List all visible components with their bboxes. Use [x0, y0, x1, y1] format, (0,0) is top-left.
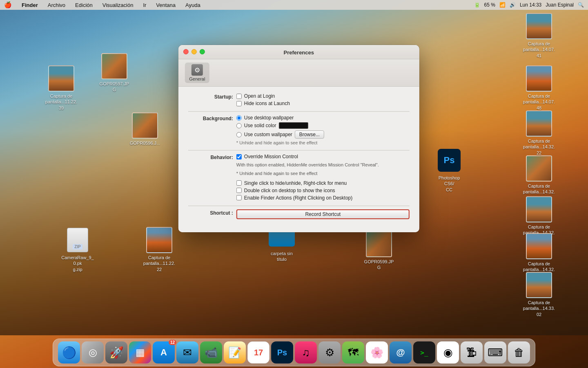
override-mc-label: Override Mission Control [244, 154, 298, 159]
menu-ventana[interactable]: Ventana [154, 2, 177, 8]
background-label: Background: [188, 115, 233, 121]
dialog-toolbar: ⚙ General [178, 59, 419, 86]
bg-custom-label: Use custom wallpaper [244, 132, 292, 137]
dock: 🔵 ◎ 🚀 ▦ A 12 ✉ 📹 📝 17 Ps ♫ [53, 339, 535, 366]
dock-trash[interactable]: 🗑 [508, 341, 530, 364]
menubar-right: 🔋 65 % 📶 🔊 Lun 14:33 Juan Espinal 🔍 [474, 2, 584, 8]
app-menu-finder[interactable]: Finder [20, 2, 40, 8]
finder-actions-label: Enable Finder Actions (Right Clicking on… [244, 195, 352, 201]
dock-maps[interactable]: 🗺 [342, 341, 364, 364]
bg-desktop-row[interactable]: Use desktop wallpaper [236, 115, 410, 121]
shortcut-controls: Record Shortcut [236, 209, 410, 219]
double-click-row[interactable]: Double click on desktop to show the icon… [236, 188, 410, 193]
battery-percent: 65 % [484, 2, 495, 8]
open-at-login-checkbox[interactable] [236, 94, 242, 99]
desktop-icon-cap1433[interactable]: Captura depantalla...14.33.02 [523, 272, 555, 317]
double-click-checkbox[interactable] [236, 188, 242, 193]
dock-finder[interactable]: 🔵 [58, 341, 80, 364]
behavior-desc1: With this option enabled, HiddenMe overr… [236, 162, 410, 168]
divider-2 [188, 150, 410, 150]
desktop-icon-cap1122b[interactable]: Captura depantalla...11.22.22 [143, 227, 176, 272]
bg-solid-row[interactable]: Use solid color [236, 123, 276, 128]
general-label: General [189, 76, 205, 81]
dialog-title: Preferences [183, 49, 414, 56]
menu-ir[interactable]: Ir [141, 2, 148, 8]
desktop-icon-cap1407b[interactable]: Captura depantalla...14.07.48 [523, 65, 555, 111]
record-shortcut-button[interactable]: Record Shortcut [236, 209, 410, 219]
override-mc-checkbox[interactable] [236, 154, 242, 159]
behavior-label: Behavior: [188, 154, 233, 160]
bg-custom-row[interactable]: Use custom wallpaper [236, 132, 292, 137]
desktop-icon-cap1407a[interactable]: Captura depantalla...14.07.41 [523, 13, 555, 58]
dock-notes[interactable]: 📝 [224, 341, 246, 364]
dialog-titlebar: Preferences [178, 45, 419, 59]
startup-row: Startup: Open at Login Hide icons at Lau… [188, 93, 410, 106]
dock-mosaic[interactable]: ▦ [129, 341, 151, 364]
dock-calendar[interactable]: 17 [247, 341, 270, 364]
desktop-icon-photoshop[interactable]: Ps Photoshop CS6/CC [433, 147, 466, 193]
dock-keyboard[interactable]: ⌨ [484, 341, 506, 364]
desktop-icon-gopr0599[interactable]: GOPR0599.JPG [363, 231, 395, 271]
single-click-row[interactable]: Single click to hide/unhide, Right-click… [236, 180, 410, 186]
bg-solid-label: Use solid color [244, 123, 276, 128]
bg-custom-radio[interactable] [236, 132, 242, 137]
override-mc-row[interactable]: Override Mission Control [236, 154, 410, 159]
desktop-icon-cap1432b[interactable]: Captura depantalla...14.32.42 [523, 155, 555, 201]
hide-icons-checkbox[interactable] [236, 101, 242, 106]
search-icon[interactable]: 🔍 [578, 2, 584, 8]
desktop: 🍎 Finder Archivo Edición Visualización I… [0, 0, 588, 368]
menubar: 🍎 Finder Archivo Edición Visualización I… [0, 0, 588, 10]
open-at-login-label: Open at Login [244, 93, 275, 99]
dock-archive[interactable]: 🗜 [461, 341, 483, 364]
menu-edicion[interactable]: Edición [74, 2, 94, 8]
divider-3 [188, 206, 410, 206]
menu-ayuda[interactable]: Ayuda [184, 2, 202, 8]
behavior-row: Behavior: Override Mission Control With … [188, 154, 410, 201]
volume-icon: 🔊 [510, 2, 516, 8]
dock-photos[interactable]: 🌸 [366, 341, 388, 364]
dock-appstore[interactable]: A 12 [153, 341, 175, 364]
desktop-icon-gopr0596[interactable]: GOPR0596.J... [129, 112, 161, 146]
preferences-dialog: Preferences ⚙ General Startup: [178, 45, 419, 232]
background-hint: * Unhide and hide again to see the effec… [236, 140, 410, 145]
dock-settings[interactable]: ⚙ [318, 341, 341, 364]
menu-archivo[interactable]: Archivo [46, 2, 67, 8]
desktop-icon-cap1122[interactable]: Captura depantalla...11.22.39 [45, 65, 78, 111]
menubar-left: 🍎 Finder Archivo Edición Visualización I… [4, 1, 202, 9]
dock-launchpad[interactable]: 🚀 [105, 341, 127, 364]
clock: Lun 14:33 [520, 2, 541, 8]
background-row: Background: Use desktop wallpaper Use so… [188, 115, 410, 145]
double-click-label: Double click on desktop to show the icon… [244, 188, 335, 193]
desktop-icon-cap1432a[interactable]: Captura depantalla...14.32.22 [523, 110, 555, 156]
behavior-desc2: * Unhide and hide again to see the effec… [236, 171, 410, 177]
finder-actions-checkbox[interactable] [236, 195, 242, 200]
username: Juan Espinal [546, 2, 574, 8]
dock-facetime[interactable]: 📹 [200, 341, 222, 364]
bg-desktop-radio[interactable] [236, 115, 242, 121]
shortcut-row: Shortcut : Record Shortcut [188, 209, 410, 219]
battery-icon: 🔋 [474, 2, 480, 8]
tab-general[interactable]: ⚙ General [185, 63, 209, 83]
menu-visualizacion[interactable]: Visualización [101, 2, 135, 8]
dock-mail2[interactable]: @ [390, 341, 412, 364]
color-swatch[interactable] [279, 122, 308, 129]
bg-desktop-label: Use desktop wallpaper [244, 115, 294, 121]
open-at-login-row[interactable]: Open at Login [236, 93, 410, 99]
dock-photoshop-dock[interactable]: Ps [271, 341, 293, 364]
dock-siri[interactable]: ◎ [82, 341, 104, 364]
dock-terminal[interactable]: >_ [413, 341, 435, 364]
hide-icons-row[interactable]: Hide icons at Launch [236, 101, 410, 106]
desktop-icon-gopr0597[interactable]: GOPR0597.JPG [98, 53, 131, 93]
apple-menu[interactable]: 🍎 [4, 1, 12, 9]
desktop-icon-cameraraw[interactable]: CameraRaw_9_0.pkg.zip [61, 227, 94, 272]
startup-controls: Open at Login Hide icons at Launch [236, 93, 410, 106]
finder-actions-row[interactable]: Enable Finder Actions (Right Clicking on… [236, 195, 410, 201]
dock-mail[interactable]: ✉ [176, 341, 198, 364]
single-click-label: Single click to hide/unhide, Right-click… [244, 180, 347, 186]
single-click-checkbox[interactable] [236, 180, 242, 186]
dock-itunes[interactable]: ♫ [295, 341, 317, 364]
bg-solid-radio[interactable] [236, 123, 242, 128]
background-controls: Use desktop wallpaper Use solid color [236, 115, 410, 145]
browse-button[interactable]: Browse... [295, 130, 324, 139]
dock-chrome[interactable]: ◉ [437, 341, 459, 364]
